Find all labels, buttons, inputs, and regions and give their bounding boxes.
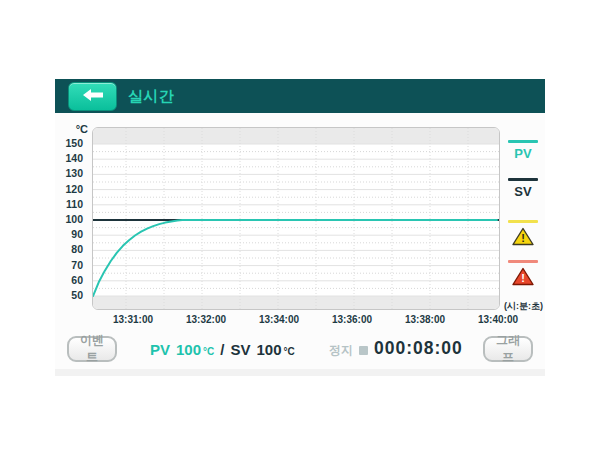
y-tick-label: 50 xyxy=(71,289,83,302)
panel-bottom-strip xyxy=(55,369,545,376)
sv-readout-unit: °C xyxy=(284,346,295,357)
sv-readout-label: SV xyxy=(230,341,250,358)
pv-legend-label: PV xyxy=(508,146,538,161)
warning-triangle-red-icon: ! xyxy=(512,267,534,290)
x-tick-label: 13:32:00 xyxy=(176,314,236,325)
x-tick-label: 13:40:00 xyxy=(468,314,528,325)
y-tick-label: 100 xyxy=(65,213,83,226)
y-tick-label: 60 xyxy=(71,274,83,287)
pv-sv-readout: PV 100 °C / SV 100 °C xyxy=(150,341,295,358)
y-axis-tick-labels: 1501401301201101009080706050 xyxy=(40,127,88,310)
pv-readout-label: PV xyxy=(150,341,170,358)
sv-readout-value: 100 xyxy=(256,341,281,358)
y-tick-label: 140 xyxy=(65,152,83,165)
y-tick-label: 150 xyxy=(65,137,83,150)
readout-separator: / xyxy=(220,341,224,358)
pv-readout-value: 100 xyxy=(176,341,201,358)
y-tick-label: 130 xyxy=(65,167,83,180)
svg-text:!: ! xyxy=(521,272,525,284)
y-tick-label: 70 xyxy=(71,259,83,272)
x-axis-tick-labels: 13:31:0013:32:0013:34:0013:36:0013:38:00… xyxy=(92,314,500,328)
warning-triangle-yellow-icon: ! xyxy=(512,227,534,250)
time-format-note: (시:분:초) xyxy=(430,300,543,313)
device-screen: 실시간 °C 1501401301201101009080706050 13:3… xyxy=(0,0,600,450)
event-button[interactable]: 이벤트 xyxy=(67,336,117,362)
stop-square-icon xyxy=(359,346,368,355)
pv-legend-line xyxy=(508,140,538,143)
pv-readout-unit: °C xyxy=(203,346,214,357)
trend-chart-svg xyxy=(93,128,499,309)
y-tick-label: 80 xyxy=(71,243,83,256)
alarm2-legend-line xyxy=(508,260,538,263)
sv-legend-line xyxy=(508,178,538,181)
y-tick-label: 110 xyxy=(66,198,83,211)
elapsed-timer: 000:08:00 xyxy=(374,338,463,359)
y-tick-label: 90 xyxy=(71,228,83,241)
trend-chart xyxy=(92,127,500,310)
x-tick-label: 13:38:00 xyxy=(395,314,455,325)
alarm1-legend-line xyxy=(508,220,538,223)
sv-legend-label: SV xyxy=(508,184,538,199)
svg-text:!: ! xyxy=(521,232,525,244)
header-bar: 실시간 xyxy=(55,79,545,113)
back-button[interactable] xyxy=(68,82,117,111)
x-tick-label: 13:36:00 xyxy=(322,314,382,325)
page-title: 실시간 xyxy=(128,87,175,106)
x-tick-label: 13:34:00 xyxy=(249,314,309,325)
graph-button[interactable]: 그래프 xyxy=(483,336,533,362)
x-tick-label: 13:31:00 xyxy=(103,314,163,325)
run-status-label: 정지 xyxy=(329,342,353,359)
left-arrow-icon xyxy=(82,88,104,106)
y-tick-label: 120 xyxy=(65,183,83,196)
